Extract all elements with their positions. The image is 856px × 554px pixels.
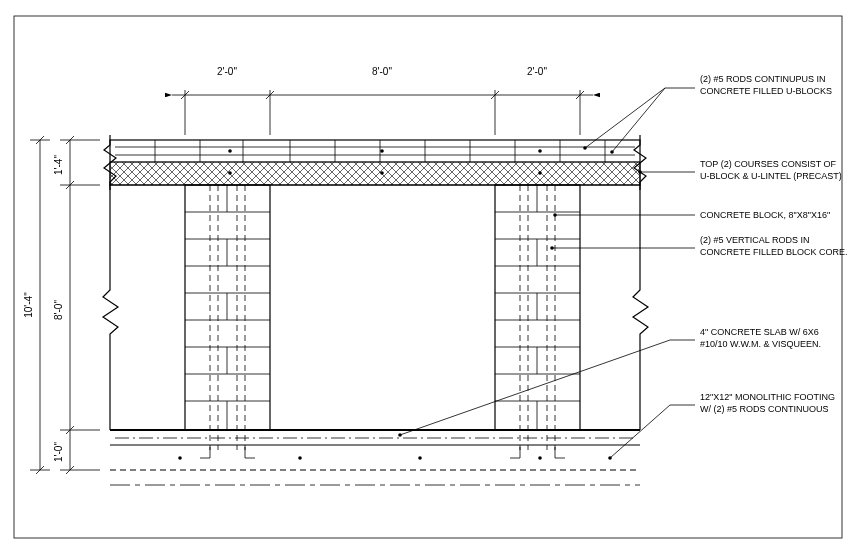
svg-point-82 bbox=[418, 456, 422, 460]
note-4: (2) #5 VERTICAL RODS IN CONCRETE FILLED … bbox=[700, 235, 848, 257]
svg-point-36 bbox=[538, 171, 542, 175]
svg-point-92 bbox=[608, 456, 612, 460]
svg-point-87 bbox=[610, 150, 614, 154]
svg-rect-37 bbox=[185, 185, 270, 430]
note-5: 4" CONCRETE SLAB W/ 6X6 #10/10 W.W.M. & … bbox=[700, 327, 821, 349]
dim-overall: 10'-4" bbox=[23, 292, 34, 318]
svg-point-81 bbox=[298, 456, 302, 460]
dim-wall: 8'-0" bbox=[53, 300, 64, 320]
block-courses bbox=[185, 185, 580, 450]
svg-point-80 bbox=[178, 456, 182, 460]
note-2: TOP (2) COURSES CONSIST OF U-BLOCK & U-L… bbox=[700, 159, 842, 181]
note-1-line1: (2) #5 RODS CONTINUPUS IN CONCRETE FILLE… bbox=[700, 74, 832, 96]
svg-rect-30 bbox=[110, 162, 640, 185]
svg-point-31 bbox=[228, 149, 232, 153]
svg-point-90 bbox=[550, 246, 554, 250]
svg-point-86 bbox=[583, 146, 587, 150]
svg-point-83 bbox=[538, 456, 542, 460]
svg-rect-38 bbox=[495, 185, 580, 430]
footing-slab bbox=[110, 430, 640, 485]
pier-right bbox=[495, 185, 580, 430]
dim-right-pier: 2'-0" bbox=[527, 66, 547, 77]
svg-point-91 bbox=[398, 433, 402, 437]
pier-left bbox=[185, 185, 270, 430]
dim-opening: 8'-0" bbox=[372, 66, 392, 77]
svg-point-88 bbox=[638, 170, 642, 174]
note-3: CONCRETE BLOCK, 8"X8"X16" bbox=[700, 210, 830, 220]
top-beam bbox=[110, 140, 640, 185]
note-6: 12"X12" MONOLITHIC FOOTING W/ (2) #5 ROD… bbox=[700, 392, 837, 414]
dim-footing: 1'-0" bbox=[53, 442, 64, 462]
dim-left-pier: 2'-0" bbox=[217, 66, 237, 77]
svg-point-32 bbox=[380, 149, 384, 153]
top-dimensions: 2'-0" 8'-0" 2'-0" bbox=[172, 66, 593, 135]
left-dimensions: 1'-4" 8'-0" 1'-0" 10'-4" bbox=[23, 136, 100, 474]
drawing-svg: 2'-0" 8'-0" 2'-0" 1'-4" 8'-0" 1'-0" 10'-… bbox=[0, 0, 856, 554]
notes: (2) #5 RODS CONTINUPUS IN CONCRETE FILLE… bbox=[398, 74, 847, 460]
svg-point-34 bbox=[228, 171, 232, 175]
svg-point-89 bbox=[553, 213, 557, 217]
svg-point-33 bbox=[538, 149, 542, 153]
svg-point-35 bbox=[380, 171, 384, 175]
dim-top-band: 1'-4" bbox=[53, 155, 64, 175]
